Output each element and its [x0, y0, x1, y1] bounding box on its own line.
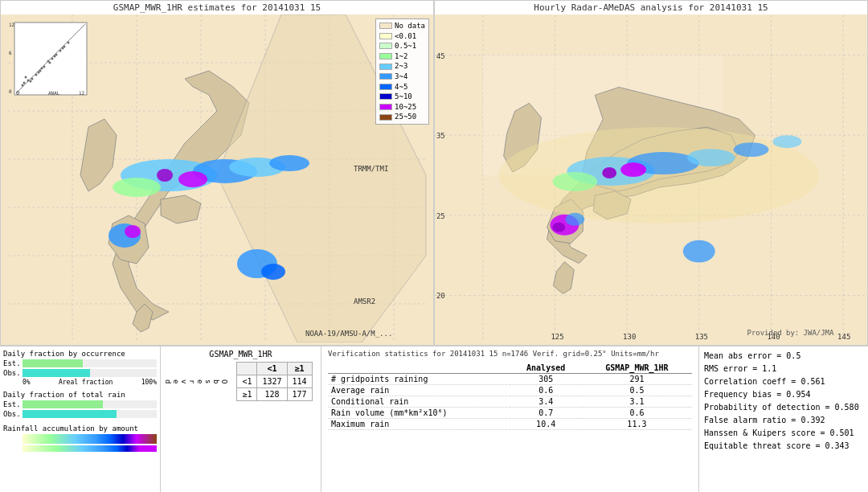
equitable-threat: Equitable threat score = 0.343	[704, 440, 863, 453]
legend-item-4-5: 4~5	[379, 82, 425, 92]
svg-point-98	[565, 213, 584, 226]
right-map-panel: Hourly Radar-AMeDAS analysis for 2014103…	[434, 0, 868, 346]
stats-table: Analysed GSMAP_MWR_1HR # gridpoints rain…	[328, 363, 692, 430]
svg-point-93	[687, 149, 735, 166]
left-map-panel: GSMAP_MWR_1HR estimates for 20141031 15	[0, 0, 434, 346]
svg-text:25: 25	[436, 212, 445, 220]
svg-point-97	[552, 223, 565, 232]
rain-chart-title: Daily fraction of total rain	[3, 391, 157, 399]
stats-label-volume: Rain volume (mm*km²x10⁶)	[328, 408, 510, 419]
contingency-lt1-header: <1	[257, 363, 287, 375]
stats-label-maximum: Maximum rain	[328, 419, 510, 430]
right-map-title: Hourly Radar-AMeDAS analysis for 2014103…	[435, 1, 867, 14]
mean-abs-error: Mean abs error = 0.5	[704, 350, 863, 363]
hanssen-kuipers: Hanssen & Kuipers score = 0.501	[704, 427, 863, 440]
bottom-left-charts: Daily fraction by occurrence Est. Obs. 0…	[0, 346, 161, 492]
contingency-table-section: GSMAP_MWR_1HR Observed <1 ≥1 <1 1327 114	[161, 346, 321, 492]
verification-title: Verification statistics for 20141031 15 …	[328, 350, 692, 358]
occurrence-chart-title: Daily fraction by occurrence	[3, 350, 157, 358]
svg-text:125: 125	[551, 333, 563, 341]
legend-item-1-2: 1~2	[379, 51, 425, 62]
svg-point-21	[113, 178, 161, 197]
svg-point-25	[269, 155, 309, 171]
legend-item-5-10: 5~10	[379, 92, 425, 102]
stats-col-analysed: Analysed	[510, 363, 582, 374]
occurrence-axis: 0% Areal fraction 100%	[23, 379, 157, 386]
contingency-title: GSMAP_MWR_1HR	[164, 350, 317, 359]
legend-item-lt001: <0.01	[379, 31, 425, 42]
stats-gsmap-volume: 0.6	[582, 408, 692, 419]
verification-stats-section: Verification statistics for 20141031 15 …	[321, 346, 699, 492]
stats-row-maximum: Maximum rain 10.4 11.3	[328, 419, 692, 430]
contingency-table: <1 ≥1 <1 1327 114 ≥1 128 177	[236, 362, 312, 401]
legend-item-25-50: 25~50	[379, 112, 425, 122]
svg-point-31	[23, 82, 26, 84]
stats-gsmap-average: 0.5	[582, 385, 692, 396]
svg-point-90	[552, 172, 597, 191]
stats-analysed-average: 0.6	[510, 385, 582, 396]
svg-text:45: 45	[436, 52, 445, 60]
contingency-lt1-val1: 1327	[257, 375, 287, 388]
contingency-header-row: <1 ≥1	[237, 363, 312, 375]
rain-est-label: Est.	[3, 400, 21, 408]
stats-row-gridpoints: # gridpoints raining 305 291	[328, 374, 692, 385]
false-alarm-ratio: False alarm ratio = 0.392	[704, 414, 863, 427]
rain-obs-label: Obs.	[3, 410, 21, 418]
rms-error: RMS error = 1.1	[704, 363, 863, 375]
svg-text:0: 0	[16, 90, 19, 96]
occurrence-est-bar	[23, 359, 157, 367]
stats-header-row: Analysed GSMAP_MWR_1HR	[328, 363, 692, 374]
stats-analysed-volume: 0.7	[510, 408, 582, 419]
svg-text:12: 12	[79, 90, 85, 96]
svg-text:NOAA-19/AMSU-A/M_...: NOAA-19/AMSU-A/M_...	[305, 330, 392, 338]
contingency-ge1-row: ≥1 128 177	[237, 388, 312, 401]
freq-bias: Frequency bias = 0.954	[704, 388, 863, 401]
stats-gsmap-maximum: 11.3	[582, 419, 692, 430]
occurrence-obs-bar	[23, 369, 157, 377]
svg-text:Provided by: JWA/JMA: Provided by: JWA/JMA	[747, 329, 834, 337]
stats-analysed-maximum: 10.4	[510, 419, 582, 430]
right-map-area: 45 35 25 20 125 130 135 140 145	[435, 14, 867, 342]
prob-detection: Probability of detection = 0.580	[704, 401, 863, 414]
svg-point-23	[157, 169, 173, 182]
metrics-section: Mean abs error = 0.5 RMS error = 1.1 Cor…	[699, 346, 868, 492]
stats-col-label	[328, 363, 510, 374]
rainfall-accumulation-title: Rainfall accumulation by amount	[3, 424, 157, 433]
contingency-ge1-header: ≥1	[287, 363, 312, 375]
legend-item-3-4: 3~4	[379, 72, 425, 82]
contingency-lt1-row: <1 1327 114	[237, 375, 312, 388]
contingency-ge1-label: ≥1	[237, 388, 257, 401]
rain-chart-section: Daily fraction of total rain Est. Obs.	[3, 391, 157, 420]
svg-point-48	[49, 62, 51, 64]
stats-gsmap-gridpoints: 291	[582, 374, 692, 385]
stats-row-volume: Rain volume (mm*km²x10⁶) 0.7 0.6	[328, 408, 692, 419]
svg-text:35: 35	[436, 132, 445, 140]
svg-point-99	[683, 240, 715, 263]
svg-text:6: 6	[9, 50, 12, 55]
svg-text:145: 145	[837, 333, 850, 341]
occurrence-obs-label: Obs.	[3, 369, 21, 377]
occurrence-chart-section: Daily fraction by occurrence Est. Obs. 0…	[3, 350, 157, 386]
rain-est-bar	[23, 400, 157, 408]
svg-text:12: 12	[9, 22, 15, 27]
corr-coeff: Correlation coeff = 0.561	[704, 375, 863, 388]
stats-analysed-gridpoints: 305	[510, 374, 582, 385]
stats-analysed-conditional: 3.4	[510, 396, 582, 408]
svg-point-92	[602, 167, 616, 178]
svg-point-27	[261, 264, 285, 280]
left-map-area: 0 12 ANAL 0 6 12 TRMM/TMI AMSR2 NOAA-19/…	[1, 14, 433, 342]
svg-point-87	[499, 127, 820, 223]
obs-side-label: Observed	[164, 379, 228, 383]
contingency-ge1-val2: 177	[287, 388, 312, 401]
svg-point-22	[178, 171, 207, 187]
bottom-row: Daily fraction by occurrence Est. Obs. 0…	[0, 346, 868, 492]
legend-item-2-3: 2~3	[379, 61, 425, 72]
stats-label-conditional: Conditional rain	[328, 396, 510, 408]
stats-label-gridpoints: # gridpoints raining	[328, 374, 510, 385]
stats-row-average: Average rain 0.6 0.5	[328, 385, 692, 396]
legend-item-10-25: 10~25	[379, 102, 425, 113]
svg-point-91	[620, 162, 646, 177]
svg-point-45	[30, 80, 32, 83]
svg-text:135: 135	[695, 333, 708, 341]
legend-item-nodata: No data	[379, 21, 425, 31]
